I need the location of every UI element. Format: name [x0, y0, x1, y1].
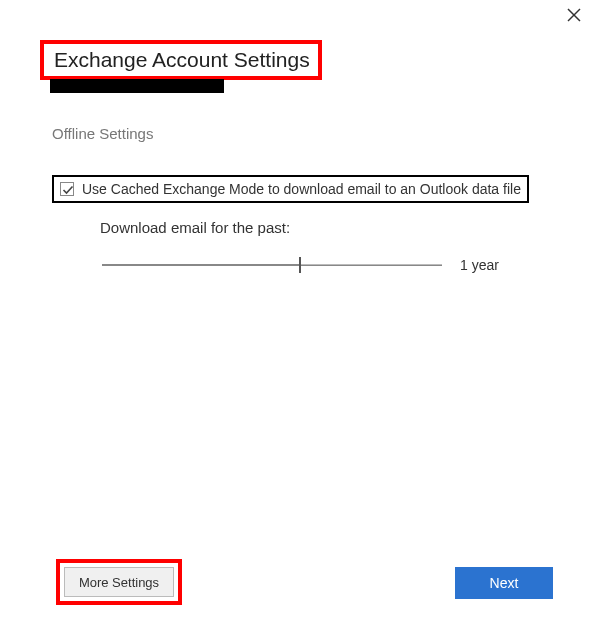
cached-mode-row: Use Cached Exchange Mode to download ema… — [52, 175, 529, 203]
account-email-redacted — [50, 79, 224, 93]
check-icon — [61, 183, 75, 197]
slider-track-inactive — [299, 264, 442, 265]
next-button-label: Next — [490, 575, 519, 591]
download-past-label: Download email for the past: — [100, 219, 290, 236]
footer: More Settings Next — [0, 555, 603, 605]
more-settings-button[interactable]: More Settings — [64, 567, 174, 597]
more-settings-highlight: More Settings — [56, 559, 182, 605]
close-icon — [567, 8, 581, 22]
next-button[interactable]: Next — [455, 567, 553, 599]
download-past-slider[interactable] — [102, 255, 442, 275]
slider-thumb[interactable] — [299, 257, 301, 273]
cached-mode-label: Use Cached Exchange Mode to download ema… — [82, 181, 521, 197]
download-past-value: 1 year — [460, 257, 499, 273]
download-past-slider-row: 1 year — [102, 255, 499, 275]
offline-settings-label: Offline Settings — [52, 125, 153, 142]
more-settings-label: More Settings — [79, 575, 159, 590]
close-button[interactable] — [567, 8, 587, 28]
page-title: Exchange Account Settings — [54, 48, 310, 72]
title-highlight: Exchange Account Settings — [40, 40, 322, 80]
cached-mode-checkbox[interactable] — [60, 182, 74, 196]
